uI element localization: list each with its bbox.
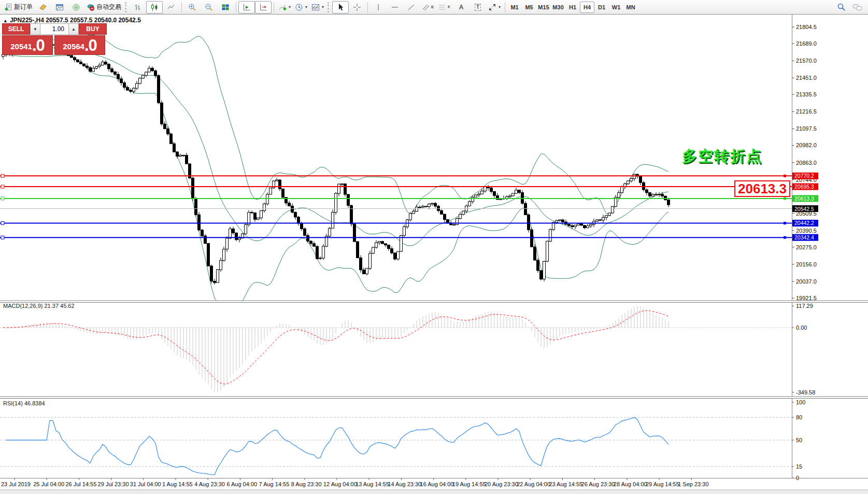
timeframe-button-m30[interactable]: M30 [551, 2, 565, 13]
zoom-in-button[interactable] [184, 1, 201, 13]
trendline-tool-button[interactable] [403, 1, 420, 13]
text-tool-letter: A [459, 4, 464, 11]
tile-windows-button[interactable] [217, 1, 234, 13]
time-axis-label: 12 Aug 04:00 [323, 481, 357, 487]
templates-button[interactable]: ▾ [309, 1, 326, 13]
timeframe-button-w1[interactable]: W1 [609, 2, 623, 13]
equidistant-channel-icon [422, 3, 430, 11]
price-axis[interactable]: 21804.521689.021570.021451.021335.521216… [792, 15, 818, 478]
volume-input[interactable] [40, 23, 68, 35]
time-axis-label: 29 Aug 14:55 [646, 481, 679, 487]
chart-canvas[interactable]: 21804.521689.021570.021451.021335.521216… [0, 15, 868, 494]
buy-button[interactable]: BUY [79, 23, 107, 35]
charts-window-button[interactable] [51, 1, 68, 13]
time-axis-label: 20 Aug 23:30 [485, 481, 518, 487]
new-order-button[interactable]: 新订单 [2, 1, 35, 13]
horizontal-line-tool-button[interactable] [387, 1, 403, 13]
time-axis-label: 8 Aug 23:30 [291, 481, 322, 487]
chat-button[interactable] [849, 1, 866, 13]
periods-button[interactable]: ▾ [293, 1, 309, 13]
dropdown-caret-icon[interactable]: ▾ [305, 5, 307, 9]
text-tool-button[interactable]: A [453, 1, 469, 13]
sell-button[interactable]: SELL [2, 23, 30, 35]
indicators-button[interactable]: ▾ [276, 1, 293, 13]
timeframe-button-h4[interactable]: H4 [580, 2, 594, 13]
buy-price-frac: .0 [84, 37, 97, 53]
channel-letter: E [431, 5, 434, 9]
symbol-ohlc-text: JPN225-,H4 20557.5 20557.5 20540.0 20542… [10, 17, 141, 24]
rsi-tick-label: 80 [796, 414, 802, 420]
toolbar-separator [274, 2, 274, 12]
fibonacci-tool-button[interactable]: F [436, 1, 453, 13]
zoom-out-icon [205, 3, 213, 11]
key-level-price-label[interactable]: 20613.3 [734, 180, 790, 197]
horizontal-line-icon [391, 3, 399, 11]
fibonacci-letter: F [448, 5, 450, 9]
horizontal-lines[interactable] [0, 174, 792, 239]
autotrading-icon [87, 3, 95, 11]
pane-separators[interactable] [0, 301, 868, 478]
auto-scroll-button[interactable] [238, 1, 255, 13]
bar-chart-button[interactable] [130, 1, 146, 13]
time-axis-label: 16 Aug 04:00 [420, 481, 454, 487]
rsi-indicator-label: RSI(14) 46.8384 [3, 400, 45, 406]
rsi-pane [0, 417, 792, 475]
search-button[interactable] [833, 1, 849, 13]
editor-button[interactable] [35, 1, 51, 13]
bollinger-lo-line [3, 54, 668, 310]
timeframe-button-h1[interactable]: H1 [565, 2, 580, 13]
symbol-marker-icon: ▲ [3, 18, 8, 23]
price-tick-label: 21216.5 [796, 108, 817, 115]
chart-shift-button[interactable] [255, 1, 272, 13]
volume-increase-button[interactable]: ▲ [68, 23, 79, 35]
hline-anchor [784, 197, 786, 200]
trade-panel-controls: SELL ▼ ▲ BUY [2, 23, 107, 35]
vertical-line-tool-button[interactable] [370, 1, 387, 13]
chart-shift-icon [259, 3, 267, 11]
turning-point-annotation[interactable]: 多空转折点 [682, 146, 762, 167]
hline-price-badge-label: 20770.2 [794, 173, 814, 179]
price-tick-label: 20863.0 [796, 160, 817, 166]
text-label-tool-button[interactable]: T [469, 1, 486, 13]
candlestick-chart-button[interactable] [146, 1, 163, 13]
timeframe-button-m15[interactable]: M15 [536, 2, 551, 13]
timeframe-button-mn[interactable]: MN [623, 2, 638, 13]
price-tick-label: 21689.0 [796, 40, 817, 47]
new-order-label: 新订单 [14, 3, 33, 11]
cursor-tool-button[interactable] [332, 1, 349, 13]
time-axis-label: 1 Sep 23:30 [678, 481, 708, 487]
time-axis-label: 29 Jul 23:30 [98, 481, 129, 487]
timeframe-button-m1[interactable]: M1 [507, 2, 522, 13]
price-tick-label: 21451.0 [796, 75, 817, 81]
time-axis-label: 19 Aug 14:55 [452, 481, 486, 487]
hline-anchor [784, 236, 786, 239]
time-axis-label: 23 Jul 2019 [1, 481, 31, 487]
trendline-icon [407, 3, 416, 11]
signals-button[interactable] [68, 1, 84, 13]
chart-region[interactable]: 21804.521689.021570.021451.021335.521216… [0, 15, 868, 494]
macd-signal-line [3, 310, 668, 384]
line-chart-button[interactable] [163, 1, 179, 13]
time-axis-label: 22 Aug 04:00 [517, 481, 550, 487]
buy-quote[interactable]: 20564.0 [54, 35, 105, 55]
crosshair-tool-button[interactable] [349, 1, 365, 13]
dropdown-caret-icon[interactable]: ▾ [322, 5, 324, 9]
arrows-tool-button[interactable]: ▾ [486, 1, 503, 13]
price-tick-label: 20156.0 [796, 261, 817, 267]
volume-decrease-button[interactable]: ▼ [30, 23, 40, 35]
dropdown-caret-icon[interactable]: ▾ [499, 5, 501, 9]
one-click-trading-panel: SELL ▼ ▲ BUY 20541.0 20564.0 [2, 23, 107, 55]
timeframe-button-m5[interactable]: M5 [522, 2, 536, 13]
crosshair-icon [353, 3, 361, 11]
macd-pane [0, 306, 792, 392]
zoom-out-button[interactable] [201, 1, 217, 13]
timeframe-button-d1[interactable]: D1 [594, 2, 609, 13]
time-axis-label: 4 Aug 23:30 [194, 481, 225, 487]
autotrading-button[interactable]: 自动交易 [84, 1, 123, 13]
time-axis[interactable]: 23 Jul 201925 Jul 04:0026 Jul 14:5529 Ju… [1, 478, 709, 487]
sell-price-main: 20541 [10, 40, 32, 53]
macd-tick-label: 117.29 [796, 303, 813, 309]
sell-quote[interactable]: 20541.0 [2, 35, 53, 55]
dropdown-caret-icon[interactable]: ▾ [289, 5, 291, 9]
channel-tool-button[interactable]: E [420, 1, 436, 13]
